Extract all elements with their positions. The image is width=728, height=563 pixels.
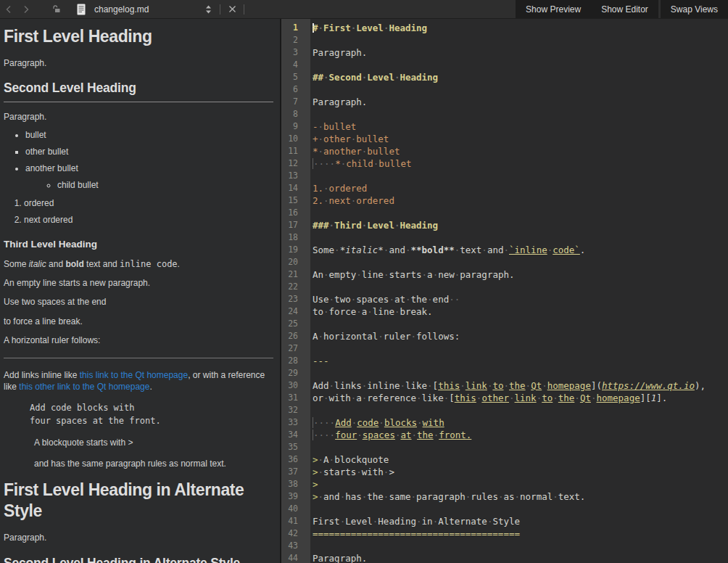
close-document-button[interactable] <box>223 0 241 18</box>
editor-line[interactable]: 40 <box>281 503 728 515</box>
editor-line[interactable]: 30Add·links·inline·like·[this·link·to·th… <box>281 379 728 392</box>
line-number[interactable]: 10 <box>281 133 310 145</box>
line-number[interactable]: 43 <box>281 540 310 552</box>
line-number[interactable]: 14 <box>281 182 310 194</box>
editor-line[interactable]: 10+·other·bullet <box>281 133 728 145</box>
editor-line[interactable]: 27 <box>281 342 728 355</box>
editor-line[interactable]: 17###·Third·Level·Heading <box>281 219 728 231</box>
editor-line[interactable]: 42====================================== <box>281 527 728 540</box>
line-number[interactable]: 22 <box>281 281 310 293</box>
editor-line[interactable]: 34····four·spaces·at·the·front. <box>281 429 728 441</box>
show-preview-button[interactable]: Show Preview <box>516 0 591 18</box>
editor-line[interactable]: 32 <box>281 404 728 416</box>
editor-line[interactable]: 20 <box>281 256 728 268</box>
editor-line[interactable]: 7Paragraph. <box>281 96 728 108</box>
editor-line[interactable]: 141.·ordered <box>281 182 728 194</box>
line-number[interactable]: 24 <box>281 305 310 318</box>
line-number[interactable]: 38 <box>281 478 310 490</box>
line-number[interactable]: 11 <box>281 145 310 157</box>
line-number[interactable]: 35 <box>281 441 310 453</box>
line-number[interactable]: 12 <box>281 157 310 170</box>
editor-line[interactable]: 36>·A·blockquote <box>281 453 728 466</box>
preview-link[interactable]: this link to the Qt homepage <box>80 370 188 380</box>
editor-line[interactable]: 1#·First·Level·Heading <box>281 22 728 34</box>
line-number[interactable]: 21 <box>281 268 310 281</box>
line-number[interactable]: 2 <box>281 34 310 46</box>
editor-line[interactable]: 5##·Second·Level·Heading <box>281 71 728 83</box>
line-number[interactable]: 7 <box>281 96 310 108</box>
line-number[interactable]: 9 <box>281 120 310 133</box>
editor-line[interactable]: 23Use·two·spaces·at·the·end·· <box>281 293 728 305</box>
line-number[interactable]: 8 <box>281 108 310 120</box>
line-number[interactable]: 3 <box>281 46 310 59</box>
back-button[interactable] <box>0 0 17 18</box>
editor-line[interactable]: 25 <box>281 318 728 330</box>
editor-line[interactable]: 43 <box>281 540 728 552</box>
line-number[interactable]: 29 <box>281 367 310 379</box>
markdown-preview-pane[interactable]: First Level HeadingParagraph.Second Leve… <box>0 19 280 563</box>
show-editor-button[interactable]: Show Editor <box>591 0 658 18</box>
swap-views-button[interactable]: Swap Views <box>661 0 728 18</box>
editor-line[interactable]: 12····*·child·bullet <box>281 157 728 170</box>
editor-line[interactable]: 3Paragraph. <box>281 46 728 59</box>
editor-line[interactable]: 11*·another·bullet <box>281 145 728 157</box>
editor-line[interactable]: 8 <box>281 108 728 120</box>
editor-line[interactable]: 37>·starts·with·> <box>281 466 728 478</box>
line-number[interactable]: 17 <box>281 219 310 231</box>
document-dropdown-button[interactable] <box>199 0 217 18</box>
line-number[interactable]: 1 <box>281 22 310 34</box>
line-number[interactable]: 23 <box>281 293 310 305</box>
editor-line[interactable]: 38> <box>281 478 728 490</box>
line-number[interactable]: 37 <box>281 466 310 478</box>
editor-line[interactable]: 16 <box>281 207 728 219</box>
editor-line[interactable]: 18 <box>281 231 728 244</box>
editor-line[interactable]: 35 <box>281 441 728 453</box>
editor-line[interactable]: 22 <box>281 281 728 293</box>
markdown-editor-pane[interactable]: 1#·First·Level·Heading23Paragraph.45##·S… <box>281 19 728 563</box>
forward-button[interactable] <box>17 0 35 18</box>
line-number[interactable]: 6 <box>281 83 310 96</box>
editor-line[interactable]: 31or·with·a·reference·like·[this·other·l… <box>281 392 728 404</box>
editor-line[interactable]: 4 <box>281 59 728 71</box>
line-number[interactable]: 27 <box>281 342 310 355</box>
line-number[interactable]: 15 <box>281 194 310 207</box>
line-number[interactable]: 44 <box>281 552 310 563</box>
editor-line[interactable]: 44Paragraph. <box>281 552 728 563</box>
line-number[interactable]: 5 <box>281 71 310 83</box>
line-number[interactable]: 42 <box>281 527 310 540</box>
line-number[interactable]: 34 <box>281 429 310 441</box>
editor-line[interactable]: 29 <box>281 367 728 379</box>
editor-line[interactable]: 152.·next·ordered <box>281 194 728 207</box>
editor-line[interactable]: 13 <box>281 170 728 182</box>
line-number[interactable]: 36 <box>281 453 310 466</box>
line-number[interactable]: 40 <box>281 503 310 515</box>
line-number[interactable]: 25 <box>281 318 310 330</box>
line-number[interactable]: 16 <box>281 207 310 219</box>
file-lock-toggle[interactable] <box>48 0 65 18</box>
line-number[interactable]: 33 <box>281 416 310 429</box>
line-number[interactable]: 4 <box>281 59 310 71</box>
editor-line[interactable]: 6 <box>281 83 728 96</box>
editor-line[interactable]: 28--- <box>281 355 728 367</box>
line-number[interactable]: 30 <box>281 379 310 392</box>
line-number[interactable]: 31 <box>281 392 310 404</box>
editor-line[interactable]: 39>·and·has·the·same·paragraph·rules·as·… <box>281 490 728 503</box>
editor-line[interactable]: 9-·bullet <box>281 120 728 133</box>
editor-line[interactable]: 41First·Level·Heading·in·Alternate·Style <box>281 515 728 527</box>
line-number[interactable]: 20 <box>281 256 310 268</box>
editor-line[interactable]: 19Some·*italic*·and·**bold**·text·and·`i… <box>281 244 728 256</box>
line-number[interactable]: 13 <box>281 170 310 182</box>
editor-line[interactable]: 21An·empty·line·starts·a·new·paragraph. <box>281 268 728 281</box>
editor-line[interactable]: 24to·force·a·line·break. <box>281 305 728 318</box>
editor-line[interactable]: 33····Add·code·blocks·with <box>281 416 728 429</box>
editor-line[interactable]: 2 <box>281 34 728 46</box>
line-number[interactable]: 39 <box>281 490 310 503</box>
line-number[interactable]: 41 <box>281 515 310 527</box>
line-number[interactable]: 26 <box>281 330 310 342</box>
editor-line[interactable]: 26A·horizontal·ruler·follows: <box>281 330 728 342</box>
line-number[interactable]: 32 <box>281 404 310 416</box>
preview-link[interactable]: this other link to the Qt homepage <box>19 382 149 392</box>
line-number[interactable]: 18 <box>281 231 310 244</box>
line-number[interactable]: 19 <box>281 244 310 256</box>
line-number[interactable]: 28 <box>281 355 310 367</box>
